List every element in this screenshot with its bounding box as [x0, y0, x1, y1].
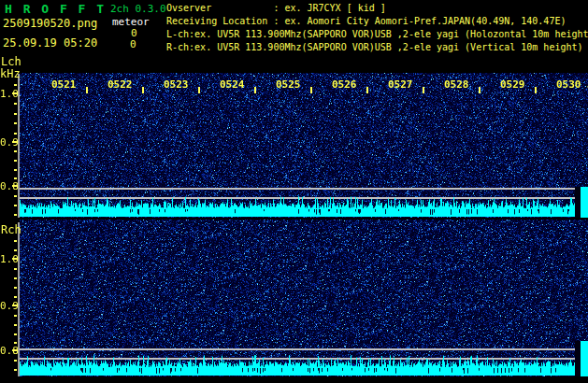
axis-tick [14, 277, 17, 279]
axis-tick [12, 92, 18, 94]
axis-tick [14, 160, 17, 162]
axis-tick [14, 315, 17, 317]
axis-tick [14, 296, 17, 298]
axis-tick [14, 177, 17, 179]
output-filename: 2509190520.png [3, 17, 97, 30]
axis-tick [142, 87, 144, 93]
time-label-0526: 0526 [332, 78, 357, 91]
time-label-0527: 0527 [388, 78, 413, 91]
time-label-0523: 0523 [164, 78, 189, 91]
axis-tick [14, 287, 17, 289]
axis-tick [14, 84, 17, 86]
axis-tick [14, 195, 17, 197]
axis-tick [198, 87, 200, 93]
axis-tick [14, 369, 17, 371]
axis-tick [12, 185, 18, 187]
axis-tick [14, 268, 17, 270]
axis-tick [12, 349, 18, 351]
rch-config-line: R-ch:ex. UV5R 113.900Mhz(SAPPORO VOR)USB… [166, 41, 583, 54]
rch-spectrogram [20, 220, 588, 376]
time-label-0522: 0522 [108, 78, 133, 91]
axis-tick [14, 240, 17, 242]
axis-tick [14, 249, 17, 251]
time-label-0529: 0529 [500, 78, 525, 91]
lch-label: Lch [1, 55, 22, 68]
axis-tick [14, 333, 17, 335]
hrofft-screen: H R O F F T 2ch 0.3.0 2509190520.png met… [0, 0, 588, 383]
axis-tick [310, 87, 312, 93]
axis-tick [14, 324, 17, 326]
axis-tick [14, 214, 17, 216]
axis-tick [14, 133, 17, 135]
axis-tick [14, 103, 17, 105]
app-version: 2ch 0.3.0 [110, 3, 166, 15]
axis-tick [14, 122, 17, 124]
khz-unit-label: kHz [0, 67, 21, 80]
observer-line: Ovserver : ex. JR7CYX [ kid ] [166, 2, 386, 15]
axis-tick [535, 87, 537, 93]
axis-tick [14, 169, 17, 171]
axis-tick [254, 87, 256, 93]
axis-tick [14, 150, 17, 152]
axis-tick [86, 87, 88, 93]
axis-tick [14, 113, 17, 115]
lch-spectrogram [20, 73, 588, 218]
time-label-0528: 0528 [444, 78, 469, 91]
axis-tick [366, 87, 368, 93]
axis-tick [12, 258, 18, 260]
lch-config-line: L-ch:ex. UV5R 113.900Mhz(SAPPORO VOR)USB… [166, 28, 588, 41]
axis-tick [423, 87, 424, 93]
time-label-0525: 0525 [276, 78, 301, 91]
axis-tick [14, 360, 17, 362]
location-line: Receiving Location : ex. Aomori City Aom… [166, 15, 566, 28]
axis-tick [479, 87, 480, 93]
axis-tick [12, 305, 18, 306]
axis-tick [14, 205, 17, 206]
time-label-0521: 0521 [51, 78, 77, 91]
axis-tick [14, 342, 17, 344]
rch-label: Rch [1, 223, 22, 236]
time-label-0530-jst: 0530 JST [556, 78, 588, 91]
datetime-label: 25.09.19 05:20 [3, 36, 97, 50]
meteor-count-2: 0 [130, 38, 136, 50]
axis-tick [12, 141, 18, 143]
time-label-0524: 0524 [220, 78, 245, 91]
app-title: H R O F F T [5, 2, 106, 16]
